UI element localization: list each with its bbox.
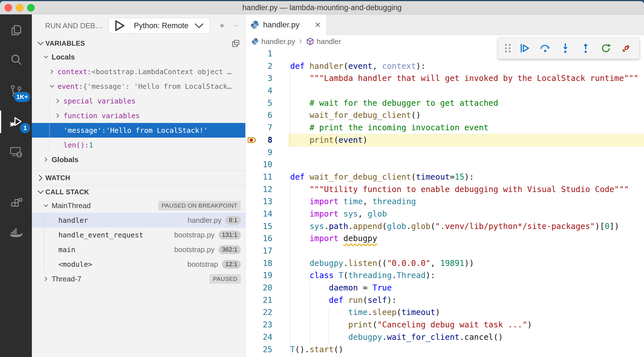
launch-config-dropdown[interactable]: Python: Remote <box>108 18 210 34</box>
code-line-23[interactable]: 23 print("Canceling debug wait task ..."… <box>246 319 644 331</box>
breakpoint-current-line-icon[interactable] <box>247 135 258 146</box>
code-line-20[interactable]: 20 daemon = True <box>246 282 644 294</box>
line-number[interactable]: 14 <box>246 208 272 220</box>
code-line-12[interactable]: 12 """Utility function to enable debuggi… <box>246 183 644 196</box>
close-window-button[interactable] <box>5 4 12 12</box>
code-line-13[interactable]: 13 import time, threading <box>246 195 644 208</box>
gear-icon[interactable] <box>220 20 224 31</box>
code-line-4[interactable]: 4 <box>246 85 644 97</box>
frame-location-badge: 12:1 <box>222 260 241 269</box>
variable-row[interactable]: context: <bootstrap.LambdaContext object… <box>32 64 245 79</box>
variable-row[interactable]: special variables <box>32 94 245 108</box>
line-number[interactable]: 20 <box>246 282 272 294</box>
activity-item-explorer[interactable] <box>0 22 32 38</box>
code-line-5[interactable]: 5 # wait for the debugger to get attache… <box>246 97 644 109</box>
minimize-window-button[interactable] <box>16 4 23 12</box>
collapse-all-icon[interactable] <box>231 39 240 48</box>
activity-item-run-and-debug[interactable]: 1 <box>0 114 32 130</box>
step-into-button[interactable] <box>555 39 575 57</box>
line-number[interactable]: 24 <box>246 331 272 343</box>
line-number[interactable]: 6 <box>246 109 272 122</box>
call-stack-section-header[interactable]: CALL STACK <box>32 186 245 198</box>
code-line-2[interactable]: 2def handler(event, context): <box>246 60 644 72</box>
line-number[interactable]: 18 <box>246 257 272 270</box>
code-line-14[interactable]: 14 import sys, glob <box>246 208 644 220</box>
code-line-3[interactable]: 3 """Lambda handler that will get invoke… <box>246 72 644 85</box>
line-number[interactable]: 5 <box>246 97 272 109</box>
token: ( <box>343 271 348 280</box>
variable-row[interactable]: len(): 1 <box>32 138 245 152</box>
callstack-frame-handleeventrequest[interactable]: handle_event_requestbootstrap.py131:1 <box>32 228 245 242</box>
more-actions-icon[interactable] <box>234 20 239 31</box>
callstack-frame-module[interactable]: <module>bootstrap12:1 <box>32 257 245 272</box>
activity-item-source-control[interactable]: 1K+ <box>0 83 32 99</box>
breadcrumb-file[interactable]: handler.py <box>261 37 295 46</box>
line-number[interactable]: 23 <box>246 319 272 331</box>
variables-section-header[interactable]: VARIABLES <box>32 37 245 50</box>
step-over-button[interactable] <box>535 39 555 57</box>
variable-row[interactable]: function variables <box>32 108 245 123</box>
code-line-11[interactable]: 11def wait_for_debug_client(timeout=15): <box>246 171 644 183</box>
line-number[interactable]: 13 <box>246 195 272 208</box>
code-line-21[interactable]: 21 def run(self): <box>246 294 644 307</box>
activity-item-search[interactable] <box>0 52 32 68</box>
variable-row[interactable]: 'message': 'Hello from LocalStack!' <box>32 123 245 138</box>
token: ( <box>431 222 435 231</box>
code-line-9[interactable]: 9 <box>246 146 644 159</box>
line-number[interactable]: 4 <box>246 85 272 97</box>
line-number[interactable]: 17 <box>246 245 272 257</box>
code-line-6[interactable]: 6 wait_for_debug_client() <box>246 109 644 122</box>
line-number[interactable]: 16 <box>246 232 272 245</box>
token: def <box>290 61 310 71</box>
code-line-25[interactable]: 25T().start() <box>246 343 644 356</box>
line-number[interactable]: 2 <box>246 60 272 72</box>
activity-item-remote-explorer[interactable] <box>0 144 32 159</box>
breadcrumb-symbol[interactable]: handler <box>317 37 341 46</box>
callstack-frame-main[interactable]: mainbootstrap.py362:1 <box>32 242 245 257</box>
activity-item-extensions[interactable] <box>0 196 32 211</box>
line-number[interactable]: 9 <box>246 146 272 159</box>
line-number[interactable]: 25 <box>246 343 272 356</box>
code-line-16[interactable]: 16 import debugpy <box>246 232 644 245</box>
variable-row[interactable]: event: {'message': 'Hello from LocalStac… <box>32 79 245 94</box>
close-tab-icon[interactable] <box>313 20 323 30</box>
code-line-24[interactable]: 24 debugpy.wait_for_client.cancel() <box>246 331 644 343</box>
code-line-22[interactable]: 22 time.sleep(timeout) <box>246 306 644 319</box>
line-number[interactable]: 19 <box>246 269 272 282</box>
disconnect-button[interactable] <box>616 39 636 57</box>
line-number[interactable]: 3 <box>246 72 272 85</box>
code-line-10[interactable]: 10 <box>246 158 644 171</box>
restart-button[interactable] <box>596 39 616 57</box>
zoom-window-button[interactable] <box>27 4 35 12</box>
line-number[interactable]: 1 <box>246 48 272 60</box>
code-line-8[interactable]: 8 print(event) <box>246 134 644 146</box>
line-number[interactable]: 11 <box>246 171 272 183</box>
code-line-15[interactable]: 15 sys.path.append(glob.glob(".venv/lib/… <box>246 220 644 233</box>
toolbar-gripper[interactable] <box>501 39 515 57</box>
line-number[interactable]: 21 <box>246 294 272 307</box>
variable-text: <bootstrap.LambdaContext object … <box>91 68 231 76</box>
scope-globals[interactable]: Globals <box>32 152 245 167</box>
line-number[interactable]: 12 <box>246 183 272 196</box>
code-line-7[interactable]: 7 # print the incoming invocation event <box>246 122 644 134</box>
code-line-17[interactable]: 17 <box>246 245 644 257</box>
activity-item-docker[interactable] <box>0 225 32 241</box>
callstack-frame-handler[interactable]: handlerhandler.py8:1 <box>32 213 245 228</box>
code-area[interactable]: 12def handler(event, context):3 """Lambd… <box>246 48 644 357</box>
watch-section-header[interactable]: WATCH <box>32 170 245 186</box>
callstack-thread-thread7[interactable]: Thread-7PAUSED <box>32 272 245 286</box>
line-number[interactable]: 7 <box>246 122 272 134</box>
tab-handler-py[interactable]: handler.py <box>246 14 327 35</box>
line-number[interactable]: 22 <box>246 306 272 319</box>
callstack-thread-mainthread[interactable]: MainThreadPAUSED ON BREAKPOINT <box>32 198 245 213</box>
code-line-19[interactable]: 19 class T(threading.Thread): <box>246 269 644 282</box>
code-line-18[interactable]: 18 debugpy.listen(("0.0.0.0", 19891)) <box>246 257 644 270</box>
step-out-button[interactable] <box>575 39 596 57</box>
line-number[interactable]: 15 <box>246 220 272 233</box>
line-number[interactable]: 10 <box>246 158 272 171</box>
token: self <box>368 296 387 305</box>
scope-locals[interactable]: Locals <box>32 50 245 64</box>
token: )[ <box>595 222 605 231</box>
start-debugging-icon[interactable] <box>109 18 129 33</box>
continue-button[interactable] <box>515 39 535 57</box>
